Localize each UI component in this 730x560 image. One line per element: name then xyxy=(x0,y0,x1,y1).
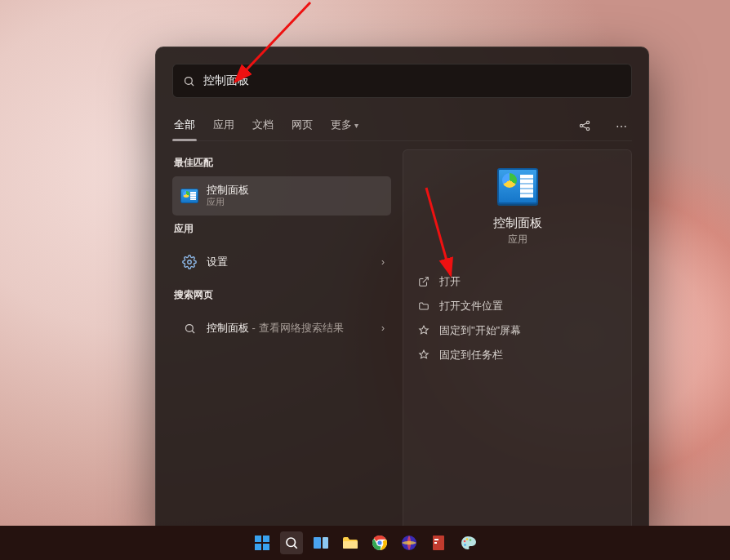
section-apps: 应用 xyxy=(174,222,391,236)
folder-icon xyxy=(342,536,358,550)
action-open[interactable]: 打开 xyxy=(413,269,621,294)
svg-line-1 xyxy=(191,83,194,86)
office-icon xyxy=(431,535,446,551)
pin-icon xyxy=(416,349,431,361)
svg-point-0 xyxy=(185,77,193,84)
svg-rect-28 xyxy=(434,542,437,544)
task-view-icon xyxy=(313,535,329,551)
filter-tabs: 全部 应用 文档 网页 更多▾ ⋯ xyxy=(172,113,632,141)
chevron-down-icon: ▾ xyxy=(354,121,358,130)
taskbar-paint[interactable] xyxy=(456,531,479,554)
tab-all[interactable]: 全部 xyxy=(172,113,197,140)
open-icon xyxy=(416,276,431,287)
taskbar-chrome[interactable] xyxy=(368,531,391,554)
svg-rect-21 xyxy=(343,541,358,549)
svg-rect-14 xyxy=(263,536,269,542)
svg-rect-27 xyxy=(434,539,438,540)
svg-point-3 xyxy=(586,121,589,123)
svg-point-31 xyxy=(470,539,472,541)
result-title: 控制面板 - 查看网络搜索结果 xyxy=(207,322,344,335)
tab-more[interactable]: 更多▾ xyxy=(329,113,360,140)
svg-line-10 xyxy=(423,278,428,282)
control-panel-icon-large xyxy=(497,168,538,204)
chevron-right-icon: › xyxy=(381,322,385,334)
svg-line-5 xyxy=(582,122,586,125)
action-open-file-location[interactable]: 打开文件位置 xyxy=(413,294,621,318)
taskbar-start-button[interactable] xyxy=(251,531,274,554)
action-pin-to-start[interactable]: 固定到"开始"屏幕 xyxy=(413,318,621,343)
detail-subtitle: 应用 xyxy=(413,233,621,247)
svg-point-2 xyxy=(580,124,582,127)
search-input[interactable] xyxy=(203,74,621,87)
search-icon xyxy=(184,322,196,335)
svg-point-8 xyxy=(185,324,193,331)
svg-line-6 xyxy=(582,126,586,128)
tab-apps[interactable]: 应用 xyxy=(211,113,236,140)
detail-title: 控制面板 xyxy=(413,216,621,231)
svg-point-32 xyxy=(464,544,466,546)
results-column: 最佳匹配 控制面板 应用 应用 设置 › 搜索网页 xyxy=(172,149,391,541)
palette-icon xyxy=(460,535,476,551)
svg-rect-19 xyxy=(314,537,321,549)
result-title: 控制面板 xyxy=(207,184,249,197)
action-pin-to-taskbar[interactable]: 固定到任务栏 xyxy=(413,343,621,367)
chrome-icon xyxy=(372,535,388,551)
svg-rect-15 xyxy=(255,544,261,550)
taskbar-task-view[interactable] xyxy=(309,531,332,554)
section-best-match: 最佳匹配 xyxy=(174,156,391,170)
svg-rect-16 xyxy=(263,544,269,550)
svg-line-18 xyxy=(294,545,296,548)
section-search-web: 搜索网页 xyxy=(174,288,391,302)
svg-point-7 xyxy=(188,260,192,264)
chevron-right-icon: › xyxy=(381,256,385,268)
svg-point-29 xyxy=(464,540,466,543)
search-box[interactable] xyxy=(172,64,632,98)
control-panel-icon xyxy=(180,189,198,203)
gear-icon xyxy=(182,255,197,269)
taskbar-search-button[interactable] xyxy=(280,531,303,554)
taskbar xyxy=(0,526,730,560)
share-icon[interactable] xyxy=(573,114,596,140)
result-web-search[interactable]: 控制面板 - 查看网络搜索结果 › xyxy=(172,309,391,348)
browser-globe-icon xyxy=(401,535,417,551)
tab-web[interactable]: 网页 xyxy=(290,113,314,140)
svg-point-17 xyxy=(287,538,296,547)
svg-line-9 xyxy=(192,331,194,333)
taskbar-file-explorer[interactable] xyxy=(339,531,362,554)
start-search-panel: 全部 应用 文档 网页 更多▾ ⋯ 最佳匹配 控制面板 应用 应用 xyxy=(155,47,649,538)
taskbar-office[interactable] xyxy=(427,531,450,554)
action-label: 打开文件位置 xyxy=(439,299,503,313)
action-label: 固定到任务栏 xyxy=(439,348,503,362)
tab-documents[interactable]: 文档 xyxy=(251,113,275,140)
search-icon xyxy=(183,75,195,87)
svg-rect-20 xyxy=(323,537,328,549)
search-icon xyxy=(284,536,299,550)
result-control-panel[interactable]: 控制面板 应用 xyxy=(172,176,391,216)
result-settings[interactable]: 设置 › xyxy=(172,242,391,282)
action-label: 打开 xyxy=(439,274,461,289)
detail-pane: 控制面板 应用 打开 打开文件位置 固定到"开始"屏幕 xyxy=(403,149,632,541)
action-label: 固定到"开始"屏幕 xyxy=(439,323,521,338)
result-title: 设置 xyxy=(207,256,228,269)
svg-point-4 xyxy=(586,127,589,130)
pin-icon xyxy=(416,325,431,336)
taskbar-browser[interactable] xyxy=(398,531,421,554)
windows-logo-icon xyxy=(254,535,270,551)
result-subtitle: 应用 xyxy=(207,197,249,208)
folder-icon xyxy=(416,300,431,312)
more-options-icon[interactable]: ⋯ xyxy=(611,115,632,138)
svg-point-30 xyxy=(466,538,469,540)
svg-rect-13 xyxy=(255,536,261,542)
